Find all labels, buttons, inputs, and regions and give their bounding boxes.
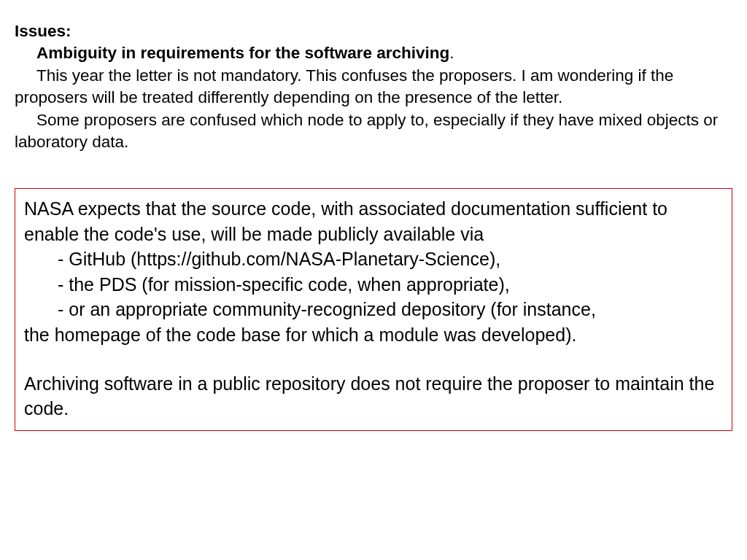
subtitle-text: Ambiguity in requirements for the softwa… [15,42,449,64]
quote-bullet-2: - the PDS (for mission-specific code, wh… [24,272,723,298]
para2-line-a: Some proposers are confused which node t… [15,111,594,129]
quote-bullet-3-tail: the homepage of the code base for which … [24,322,723,348]
quote-closing: Archiving software in a public repositor… [24,371,723,421]
para1-line-a: This year the letter is not mandatory. T… [15,66,553,85]
quote-box: NASA expects that the source code, with … [15,188,732,431]
para2: Some proposers are confused which node t… [15,109,732,154]
para1: This year the letter is not mandatory. T… [15,65,732,109]
issues-heading: Issues: [15,20,732,42]
quote-bullet-3: - or an appropriate community-recognized… [24,297,723,322]
subtitle-period: . [449,44,454,62]
slide-content: Issues: Ambiguity in requirements for th… [0,0,747,560]
issues-block: Issues: Ambiguity in requirements for th… [15,20,732,153]
issues-subtitle: Ambiguity in requirements for the softwa… [15,42,732,64]
quote-bullet-1: - GitHub (https://github.com/NASA-Planet… [24,246,723,272]
quote-intro: NASA expects that the source code, with … [24,196,723,246]
